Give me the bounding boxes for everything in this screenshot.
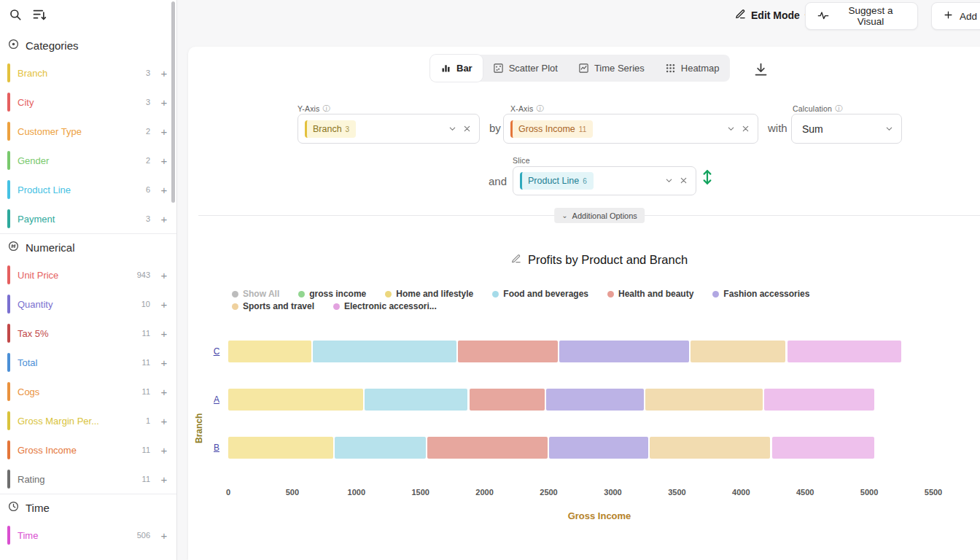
slice-combobox[interactable]: Product Line 6 bbox=[513, 166, 696, 195]
chart-title[interactable]: Profits by Product and Branch bbox=[511, 253, 688, 267]
sort-icon[interactable] bbox=[32, 8, 47, 25]
add-field-icon[interactable]: + bbox=[159, 386, 169, 398]
clear-icon[interactable] bbox=[742, 122, 750, 136]
y-category-link-b[interactable]: B bbox=[209, 443, 224, 453]
bar-segment-b-fashion-accessories[interactable] bbox=[549, 437, 648, 459]
bar-segment-a-home-and-lifestyle[interactable] bbox=[228, 389, 363, 411]
calculation-select[interactable]: Sum bbox=[791, 114, 902, 144]
suggest-visual-button[interactable]: Suggest a Visual bbox=[805, 2, 918, 30]
clear-icon[interactable] bbox=[463, 122, 471, 136]
bar-segment-c-food-and-beverages[interactable] bbox=[313, 341, 456, 362]
field-label: Payment bbox=[18, 214, 146, 225]
tab-bar[interactable]: Bar bbox=[430, 55, 483, 82]
sidebar-item-branch[interactable]: Branch3+ bbox=[0, 58, 176, 88]
tab-heatmap[interactable]: Heatmap bbox=[655, 55, 730, 82]
bar-segment-a-food-and-beverages[interactable] bbox=[365, 389, 467, 411]
info-icon[interactable]: ⓘ bbox=[835, 104, 842, 114]
field-count: 943 bbox=[137, 271, 150, 279]
info-icon[interactable]: ⓘ bbox=[323, 104, 330, 114]
add-field-icon[interactable]: + bbox=[159, 473, 169, 486]
add-field-icon[interactable]: + bbox=[159, 213, 169, 225]
bar-segment-a-sports-and-travel[interactable] bbox=[645, 389, 763, 411]
sidebar-item-time[interactable]: Time506+ bbox=[0, 521, 176, 550]
chart-legend: Show Allgross incomeHome and lifestyleFo… bbox=[232, 289, 809, 314]
chevron-down-icon[interactable] bbox=[727, 122, 735, 136]
slice-chip[interactable]: Product Line 6 bbox=[520, 172, 594, 190]
add-field-icon[interactable]: + bbox=[159, 415, 169, 427]
chevron-down-icon[interactable] bbox=[665, 174, 673, 187]
add-button[interactable]: Add bbox=[931, 2, 980, 30]
and-connector: and bbox=[489, 175, 507, 187]
add-field-icon[interactable]: + bbox=[159, 125, 169, 138]
bar-segment-b-health-and-beauty[interactable] bbox=[427, 437, 548, 459]
heatmap-icon bbox=[665, 63, 676, 74]
bar-segment-c-electronic-accessories[interactable] bbox=[788, 341, 901, 362]
tab-scatter-plot[interactable]: Scatter Plot bbox=[483, 55, 568, 82]
add-field-icon[interactable]: + bbox=[159, 529, 169, 542]
add-field-icon[interactable]: + bbox=[159, 67, 169, 79]
download-icon[interactable] bbox=[751, 60, 770, 79]
legend-item-sports-and-travel[interactable]: Sports and travel bbox=[232, 301, 314, 311]
bar-segment-c-sports-and-travel[interactable] bbox=[691, 341, 786, 362]
legend-item-health-and-beauty[interactable]: Health and beauty bbox=[607, 289, 693, 299]
add-field-icon[interactable]: + bbox=[159, 327, 169, 340]
sidebar-item-product-line[interactable]: Product Line6+ bbox=[0, 175, 176, 204]
visual-card: BarScatter PlotTime SeriesHeatmap Y-Axis… bbox=[188, 47, 980, 560]
legend-item-show-all[interactable]: Show All bbox=[232, 289, 279, 299]
edit-pencil-icon bbox=[735, 9, 746, 22]
x-axis-combobox[interactable]: Gross Income 11 bbox=[503, 114, 758, 144]
bar-segment-a-health-and-beauty[interactable] bbox=[470, 389, 545, 411]
bar-segment-c-fashion-accessories[interactable] bbox=[559, 341, 689, 362]
sidebar-item-tax-5[interactable]: Tax 5%11+ bbox=[0, 319, 176, 348]
bar-segment-a-fashion-accessories[interactable] bbox=[546, 389, 644, 411]
sidebar-item-customer-type[interactable]: Customer Type2+ bbox=[0, 117, 176, 146]
tab-time-series[interactable]: Time Series bbox=[568, 55, 655, 82]
y-axis-chip[interactable]: Branch 3 bbox=[305, 120, 356, 138]
y-category-link-c[interactable]: C bbox=[209, 346, 224, 357]
add-field-icon[interactable]: + bbox=[159, 298, 169, 311]
bar-segment-b-food-and-beverages[interactable] bbox=[335, 437, 427, 459]
bar-segment-b-home-and-lifestyle[interactable] bbox=[228, 437, 333, 459]
add-field-icon[interactable]: + bbox=[159, 357, 169, 369]
sidebar-item-rating[interactable]: Rating11+ bbox=[0, 464, 176, 494]
bar-segment-b-sports-and-travel[interactable] bbox=[650, 437, 770, 459]
sidebar-item-total[interactable]: Total11+ bbox=[0, 348, 176, 377]
field-count: 3 bbox=[146, 69, 150, 77]
legend-item-electronic-accessori[interactable]: Electronic accessori... bbox=[333, 301, 437, 311]
chevron-down-icon[interactable] bbox=[448, 122, 456, 136]
y-axis-combobox[interactable]: Branch 3 bbox=[298, 114, 480, 144]
x-axis-chip[interactable]: Gross Income 11 bbox=[510, 120, 593, 138]
sidebar-item-city[interactable]: City3+ bbox=[0, 88, 176, 117]
add-field-icon[interactable]: + bbox=[159, 155, 169, 167]
additional-options-toggle[interactable]: ⌄ Additional Options bbox=[554, 208, 645, 223]
swap-axes-icon[interactable] bbox=[701, 168, 714, 189]
bar-segment-c-health-and-beauty[interactable] bbox=[458, 341, 558, 362]
bar-segment-c-home-and-lifestyle[interactable] bbox=[228, 341, 311, 362]
legend-item-food-and-beverages[interactable]: Food and beverages bbox=[492, 289, 588, 299]
add-field-icon[interactable]: + bbox=[159, 96, 169, 109]
legend-item-fashion-accessories[interactable]: Fashion accessories bbox=[712, 289, 809, 299]
add-field-icon[interactable]: + bbox=[159, 269, 169, 281]
edit-mode-button[interactable]: Edit Mode ▾ bbox=[735, 9, 809, 22]
sidebar-item-quantity[interactable]: Quantity10+ bbox=[0, 289, 176, 319]
y-category-link-a[interactable]: A bbox=[209, 394, 224, 405]
info-icon[interactable]: ⓘ bbox=[537, 104, 544, 114]
add-field-icon[interactable]: + bbox=[159, 184, 169, 196]
field-count: 506 bbox=[137, 531, 150, 540]
clear-icon[interactable] bbox=[680, 174, 688, 187]
search-icon[interactable] bbox=[9, 8, 22, 24]
bar-segment-b-electronic-accessories[interactable] bbox=[772, 437, 874, 459]
sidebar-item-gross-income[interactable]: Gross Income11+ bbox=[0, 435, 176, 464]
sidebar-item-unit-price[interactable]: Unit Price943+ bbox=[0, 260, 176, 289]
sidebar-scrollbar[interactable] bbox=[171, 1, 175, 203]
sidebar-item-gross-margin-per[interactable]: Gross Margin Per...1+ bbox=[0, 406, 176, 435]
sidebar-item-gender[interactable]: Gender2+ bbox=[0, 146, 176, 175]
legend-item-home-and-lifestyle[interactable]: Home and lifestyle bbox=[385, 289, 473, 299]
legend-item-gross-income[interactable]: gross income bbox=[298, 289, 366, 299]
legend-dot bbox=[492, 291, 499, 298]
chevron-down-icon[interactable] bbox=[885, 122, 893, 136]
sidebar-item-payment[interactable]: Payment3+ bbox=[0, 204, 176, 233]
sidebar-item-cogs[interactable]: Cogs11+ bbox=[0, 377, 176, 406]
add-field-icon[interactable]: + bbox=[159, 444, 169, 456]
bar-segment-a-electronic-accessories[interactable] bbox=[764, 389, 874, 411]
